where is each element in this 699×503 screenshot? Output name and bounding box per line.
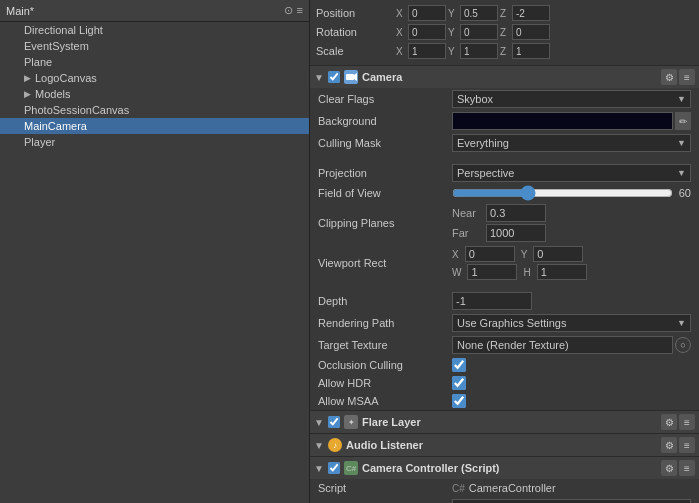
rotation-y-input[interactable] [460,24,498,40]
position-row: Position X Y Z [316,4,693,22]
rotation-label: Rotation [316,26,396,38]
position-x-input[interactable] [408,5,446,21]
flare-settings-icon[interactable]: ⚙ [661,414,677,430]
rotation-z-input[interactable] [512,24,550,40]
camera-controller-header: ▼ C# Camera Controller (Script) ⚙ ≡ [310,457,699,479]
flare-layer-icon: ✦ [344,415,358,429]
depth-value [452,292,691,310]
flare-menu-icon[interactable]: ≡ [679,414,695,430]
scale-fields: X Y Z [396,43,693,59]
rotation-x-input[interactable] [408,24,446,40]
scale-y-input[interactable] [460,43,498,59]
tree-item-models[interactable]: ▶ Models [0,86,309,102]
viewport-x-input[interactable] [465,246,515,262]
rendering-path-dropdown[interactable]: Use Graphics Settings ▼ [452,314,691,332]
tree-item-maincamera[interactable]: MainCamera [0,118,309,134]
script-menu-icon[interactable]: ≡ [679,460,695,476]
target-texture-dropdown[interactable]: None (Render Texture) [452,336,673,354]
background-edit-icon[interactable]: ✏ [675,112,691,130]
depth-label: Depth [318,295,448,307]
fov-slider[interactable] [452,187,673,199]
culling-mask-arrow: ▼ [677,138,686,148]
background-color-field[interactable] [452,112,673,130]
allow-msaa-checkbox[interactable] [452,394,466,408]
script-value: C# CameraController [452,482,691,494]
clipping-far-label: Far [452,227,482,239]
scale-x-input[interactable] [408,43,446,59]
position-x-field: X [396,5,446,21]
clear-flags-dropdown[interactable]: Skybox ▼ [452,90,691,108]
audio-settings-icon[interactable]: ⚙ [661,437,677,453]
audio-listener-component: ▼ ♪ Audio Listener ⚙ ≡ [310,434,699,457]
tree-item-directional-light[interactable]: Directional Light [0,22,309,38]
viewport-h-label: H [523,267,530,278]
viewport-w-input[interactable] [467,264,517,280]
clipping-far-input[interactable] [486,224,546,242]
camera-icon [344,70,358,84]
flare-layer-checkbox[interactable] [328,416,340,428]
tree-item-label: EventSystem [24,40,89,52]
allow-hdr-row: Allow HDR [310,374,699,392]
target-trans-field: ⊙ Misaki_win_humanoid (Transform) [452,499,691,503]
background-value: ✏ [452,112,691,130]
tree-item-label: LogoCanvas [35,72,97,84]
clipping-near-input[interactable] [486,204,546,222]
allow-hdr-label: Allow HDR [318,377,448,389]
rendering-path-arrow: ▼ [677,318,686,328]
rendering-path-value: Use Graphics Settings ▼ [452,314,691,332]
camera-settings-icon[interactable]: ⚙ [661,69,677,85]
clipping-planes-value: Near Far [452,204,691,242]
culling-mask-dropdown[interactable]: Everything ▼ [452,134,691,152]
camera-title: Camera [362,71,657,83]
depth-input[interactable] [452,292,532,310]
script-title: Camera Controller (Script) [362,462,657,474]
tree-item-eventsystem[interactable]: EventSystem [0,38,309,54]
projection-value: Perspective ▼ [452,164,691,182]
hierarchy-header-icons: ⊙ ≡ [284,4,303,17]
scale-z-input[interactable] [512,43,550,59]
hierarchy-lock-icon[interactable]: ⊙ [284,4,293,17]
clipping-planes-row: Clipping Planes Near Far [310,202,699,244]
script-enabled-checkbox[interactable] [328,462,340,474]
occlusion-culling-checkbox[interactable] [452,358,466,372]
flare-expand-arrow[interactable]: ▼ [314,417,324,428]
allow-msaa-row: Allow MSAA [310,392,699,410]
viewport-y-input[interactable] [533,246,583,262]
viewport-h-input[interactable] [537,264,587,280]
tree-item-logocanvas[interactable]: ▶ LogoCanvas [0,70,309,86]
script-settings-icon[interactable]: ⚙ [661,460,677,476]
target-texture-select-btn[interactable]: ○ [675,337,691,353]
projection-label: Projection [318,167,448,179]
tree-item-plane[interactable]: Plane [0,54,309,70]
flare-layer-header: ▼ ✦ Flare Layer ⚙ ≡ [310,411,699,433]
rotation-row: Rotation X Y Z [316,23,693,41]
audio-expand-arrow[interactable]: ▼ [314,440,324,451]
clear-flags-arrow: ▼ [677,94,686,104]
tree-item-photosessioncanvas[interactable]: PhotoSessionCanvas [0,102,309,118]
allow-hdr-checkbox[interactable] [452,376,466,390]
position-z-input[interactable] [512,5,550,21]
camera-menu-icon[interactable]: ≡ [679,69,695,85]
audio-menu-icon[interactable]: ≡ [679,437,695,453]
camera-expand-arrow[interactable]: ▼ [314,72,324,83]
occlusion-culling-label: Occlusion Culling [318,359,448,371]
viewport-xy-row: X Y [452,246,583,262]
audio-header-buttons: ⚙ ≡ [661,437,695,453]
flare-header-buttons: ⚙ ≡ [661,414,695,430]
tree-item-label: Player [24,136,55,148]
tree-item-player[interactable]: Player [0,134,309,150]
camera-enabled-checkbox[interactable] [328,71,340,83]
hierarchy-menu-icon[interactable]: ≡ [297,4,303,17]
clipping-near-label: Near [452,207,482,219]
svg-marker-1 [354,73,357,81]
target-trans-row: Target Trans ⊙ Misaki_win_humanoid (Tran… [310,497,699,503]
scale-row: Scale X Y Z [316,42,693,60]
svg-rect-0 [346,74,354,80]
projection-dropdown[interactable]: Perspective ▼ [452,164,691,182]
scale-x-field: X [396,43,446,59]
position-y-input[interactable] [460,5,498,21]
flare-layer-title: Flare Layer [362,416,657,428]
viewport-rect-label: Viewport Rect [318,257,448,269]
script-expand-arrow[interactable]: ▼ [314,463,324,474]
culling-mask-label: Culling Mask [318,137,448,149]
